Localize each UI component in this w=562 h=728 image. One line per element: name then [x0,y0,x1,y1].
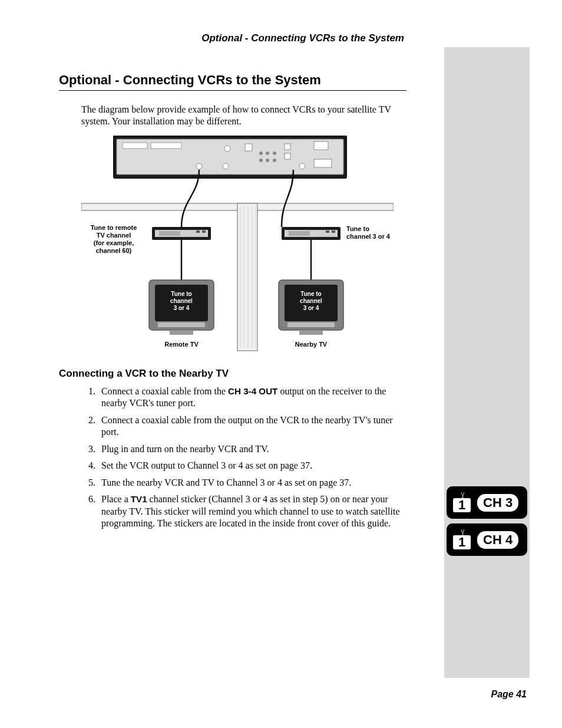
svg-rect-20 [285,153,290,159]
step-6: Place a TV1 channel sticker (Channel 3 o… [98,493,406,529]
remote-tv-label: Remote TV [164,341,199,348]
subhead-connecting-vcr: Connecting a VCR to the Nearby TV [59,368,406,380]
svg-point-17 [273,151,276,155]
svg-rect-28 [159,231,180,236]
step-1: Connect a coaxial cable from the CH 3-4 … [98,386,406,410]
svg-rect-9 [123,143,147,149]
nearby-tv-label: Nearby TV [295,341,328,348]
right-vcr-caption-1: Tune to [346,225,369,232]
steps-list: Connect a coaxial cable from the CH 3-4 … [81,386,406,530]
intro-paragraph: The diagram below provide example of how… [81,104,406,127]
tv-number-badge: 1 [453,535,471,549]
tv-left-line1: Tune to [171,291,191,297]
svg-rect-10 [151,143,181,149]
page-number: Page 41 [491,689,527,700]
svg-point-15 [259,159,263,162]
channel-sticker-ch3: \ / 1 CH 3 [447,486,527,519]
svg-rect-29 [196,230,200,233]
svg-rect-22 [314,159,332,167]
tv-right-line3: 3 or 4 [303,305,319,311]
svg-rect-38 [158,322,205,327]
left-vcr-caption-3: (for example, [94,239,134,246]
step-3: Plug in and turn on the nearby VCR and T… [98,443,406,455]
svg-rect-43 [299,330,323,335]
svg-rect-33 [289,231,310,236]
tv-left-line2: channel [170,298,193,304]
step-4: Set the VCR output to Channel 3 or 4 as … [98,460,406,472]
svg-rect-34 [326,230,329,233]
left-vcr-caption-1: Tune to remote [91,224,137,231]
connection-diagram: Tune to channel 3 or 4 Tune to channel 3… [81,136,406,354]
svg-point-24 [223,163,229,169]
svg-rect-12 [245,144,252,151]
side-column: \ / 1 CH 3 \ / 1 CH 4 [444,47,530,678]
right-vcr-caption-2: channel 3 or 4 [346,233,391,240]
svg-rect-25 [314,141,328,150]
channel-pill-b: CH 4 [477,531,518,549]
svg-point-11 [224,146,230,151]
tv-right-line2: channel [300,298,322,304]
tv-number-badge: 1 [453,498,471,512]
svg-point-13 [259,151,263,155]
step-2: Connect a coaxial cable from the output … [98,414,406,439]
running-head: Optional - Connecting VCRs to the System [59,32,406,44]
svg-rect-39 [170,330,193,335]
step-5: Tune the nearby VCR and TV to Channel 3 … [98,477,406,489]
svg-rect-19 [285,144,290,150]
section-title: Optional - Connecting VCRs to the System [59,73,406,88]
left-vcr-caption-4: channel 60) [96,247,132,254]
svg-point-21 [299,163,305,169]
svg-rect-42 [287,322,335,327]
svg-rect-35 [332,230,335,233]
tv-left-line3: 3 or 4 [174,305,190,311]
svg-point-18 [273,159,276,162]
title-rule [59,90,406,91]
channel-sticker-group: \ / 1 CH 3 \ / 1 CH 4 [447,486,527,561]
left-vcr-caption-2: TV channel [97,232,131,239]
tv-right-line1: Tune to [300,291,321,297]
channel-pill-a: CH 3 [477,494,518,512]
svg-point-16 [266,159,269,162]
svg-rect-30 [202,230,206,233]
channel-sticker-ch4: \ / 1 CH 4 [447,523,527,556]
svg-point-14 [266,151,269,155]
svg-point-23 [196,163,202,169]
